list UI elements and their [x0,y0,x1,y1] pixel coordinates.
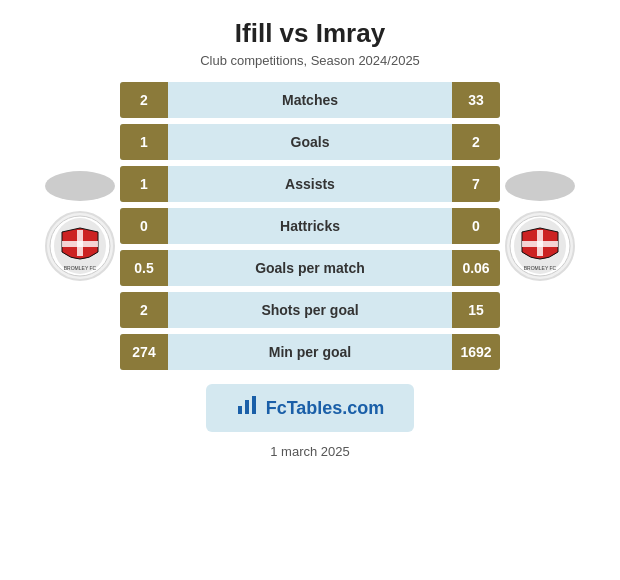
footer-date: 1 march 2025 [270,444,350,459]
stat-row: 0Hattricks0 [120,208,500,244]
right-club-badge: BROMLEY FC [505,211,575,281]
fctables-text: FcTables.com [266,398,385,419]
stat-right-value: 0.06 [452,250,500,286]
stat-row: 1Goals2 [120,124,500,160]
stat-label: Hattricks [168,218,452,234]
stat-left-value: 2 [120,82,168,118]
stat-left-value: 0 [120,208,168,244]
stat-right-value: 1692 [452,334,500,370]
stat-right-value: 7 [452,166,500,202]
svg-text:BROMLEY FC: BROMLEY FC [64,265,97,271]
fctables-logo: FcTables.com [206,384,415,432]
stat-left-value: 1 [120,166,168,202]
stat-right-value: 0 [452,208,500,244]
left-club-badge: BROMLEY FC [45,211,115,281]
svg-text:BROMLEY FC: BROMLEY FC [524,265,557,271]
stat-label: Matches [168,92,452,108]
stat-label: Min per goal [168,344,452,360]
stats-table: 2Matches331Goals21Assists70Hattricks00.5… [120,82,500,370]
page-title: Ifill vs Imray [235,18,385,49]
svg-rect-12 [252,396,256,414]
stat-left-value: 0.5 [120,250,168,286]
fctables-icon [236,394,258,422]
stat-label: Goals per match [168,260,452,276]
stat-left-value: 1 [120,124,168,160]
main-content: BROMLEY FC 2Matches331Goals21Assists70Ha… [0,82,620,370]
stat-left-value: 274 [120,334,168,370]
badge-right: BROMLEY FC [500,171,580,281]
stat-left-value: 2 [120,292,168,328]
stat-row: 2Shots per goal15 [120,292,500,328]
svg-rect-3 [62,241,98,247]
stat-row: 274Min per goal1692 [120,334,500,370]
subtitle: Club competitions, Season 2024/2025 [200,53,420,68]
stat-right-value: 33 [452,82,500,118]
left-oval-decoration [45,171,115,201]
stat-label: Goals [168,134,452,150]
badge-left: BROMLEY FC [40,171,120,281]
svg-rect-11 [245,400,249,414]
svg-rect-10 [238,406,242,414]
svg-rect-8 [522,241,558,247]
stat-row: 2Matches33 [120,82,500,118]
stat-row: 1Assists7 [120,166,500,202]
right-oval-decoration [505,171,575,201]
stat-label: Shots per goal [168,302,452,318]
stat-right-value: 2 [452,124,500,160]
stat-row: 0.5Goals per match0.06 [120,250,500,286]
stat-right-value: 15 [452,292,500,328]
stat-label: Assists [168,176,452,192]
